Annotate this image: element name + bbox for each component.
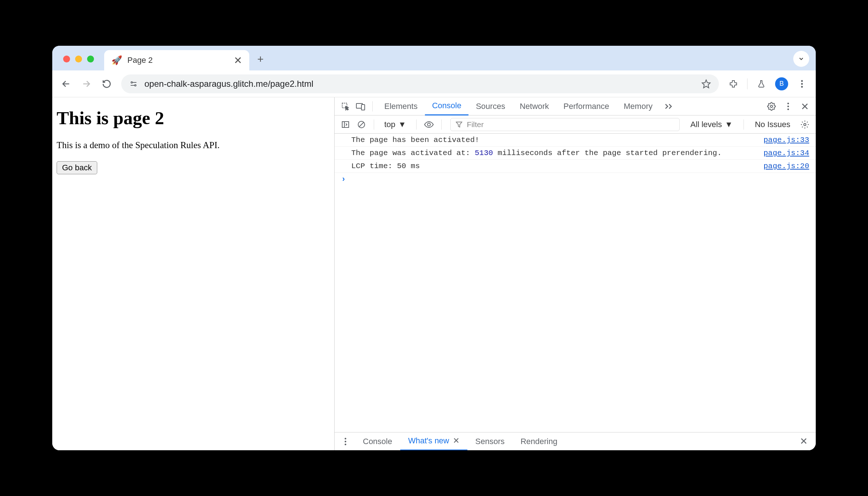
close-devtools-icon[interactable] [798, 99, 812, 114]
svg-point-2 [131, 82, 132, 83]
settings-icon[interactable] [764, 99, 779, 114]
devtools-tab-network[interactable]: Network [512, 97, 556, 115]
close-tab-icon[interactable]: ✕ [234, 54, 242, 66]
svg-point-28 [345, 443, 347, 445]
svg-point-27 [345, 440, 347, 442]
toolbar: open-chalk-asparagus.glitch.me/page2.htm… [52, 70, 816, 97]
console-log-line: The page has been activated!page.js:33 [335, 134, 816, 147]
drawer-tab-label: Console [363, 437, 392, 446]
close-drawer-icon[interactable]: ✕ [795, 436, 812, 447]
drawer-tab-label: Rendering [520, 437, 557, 446]
reload-button[interactable] [98, 75, 115, 93]
site-info-icon[interactable] [129, 80, 138, 88]
profile-avatar[interactable]: B [773, 75, 790, 93]
live-expression-icon[interactable] [422, 117, 436, 132]
svg-point-23 [427, 123, 430, 126]
close-window-button[interactable] [63, 56, 70, 62]
devtools-tab-memory[interactable]: Memory [617, 97, 660, 115]
drawer-tab-sensors[interactable]: Sensors [467, 432, 513, 451]
svg-point-14 [787, 102, 789, 104]
back-button[interactable] [57, 75, 75, 93]
context-selector[interactable]: top ▼ [379, 120, 411, 129]
toolbar-divider [747, 78, 748, 89]
log-message: The page has been activated! [351, 136, 756, 144]
dropdown-icon: ▼ [398, 120, 406, 129]
browser-tab[interactable]: 🚀 Page 2 ✕ [104, 50, 249, 70]
svg-point-7 [801, 80, 803, 82]
devtools-tab-sources[interactable]: Sources [468, 97, 512, 115]
context-label: top [384, 120, 396, 129]
devtools-tab-performance[interactable]: Performance [556, 97, 617, 115]
window-controls [58, 56, 99, 70]
address-bar[interactable]: open-chalk-asparagus.glitch.me/page2.htm… [121, 74, 719, 93]
forward-button[interactable] [78, 75, 95, 93]
prompt-icon: › [341, 175, 346, 184]
filter-input[interactable]: Filter [450, 118, 679, 131]
svg-rect-12 [361, 105, 365, 110]
page-paragraph: This is a demo of the Speculation Rules … [57, 140, 330, 150]
drawer-menu-icon[interactable] [338, 434, 353, 449]
tabs-dropdown-button[interactable] [793, 51, 809, 67]
devtools-tab-console[interactable]: Console [425, 97, 469, 115]
device-toolbar-icon[interactable] [353, 99, 368, 114]
content-area: This is page 2 This is a demo of the Spe… [52, 97, 816, 450]
divider [372, 101, 373, 111]
svg-point-16 [787, 108, 789, 110]
devtools-drawer: ConsoleWhat's new✕SensorsRendering ✕ [335, 432, 816, 450]
console-log-line: LCP time: 50 mspage.js:20 [335, 160, 816, 173]
svg-marker-6 [702, 80, 710, 88]
console-toolbar: top ▼ Filter All levels ▼ No Issues [335, 115, 816, 134]
chrome-menu-icon[interactable] [793, 75, 811, 93]
drawer-tab-what-s-new[interactable]: What's new✕ [400, 432, 467, 451]
svg-point-15 [787, 105, 789, 107]
devtools-tab-bar: ElementsConsoleSourcesNetworkPerformance… [335, 97, 816, 115]
devtools-menu-icon[interactable] [781, 99, 795, 114]
url-text: open-chalk-asparagus.glitch.me/page2.htm… [144, 79, 695, 89]
drawer-tab-console[interactable]: Console [355, 432, 400, 451]
toggle-sidebar-icon[interactable] [338, 117, 353, 132]
divider [744, 119, 744, 130]
console-prompt[interactable]: › [335, 173, 816, 186]
devtools-panel: ElementsConsoleSourcesNetworkPerformance… [335, 97, 816, 450]
svg-point-3 [135, 85, 136, 86]
avatar: B [775, 77, 788, 90]
divider [374, 119, 374, 130]
page-heading: This is page 2 [57, 107, 330, 129]
maximize-window-button[interactable] [87, 56, 94, 62]
tab-title: Page 2 [127, 56, 229, 65]
new-tab-button[interactable]: + [249, 53, 272, 70]
svg-marker-24 [456, 122, 462, 127]
svg-point-8 [801, 83, 803, 85]
svg-point-13 [770, 105, 773, 107]
log-source-link[interactable]: page.js:34 [763, 149, 809, 157]
labs-icon[interactable] [753, 75, 770, 93]
issues-label[interactable]: No Issues [749, 120, 796, 129]
svg-point-9 [801, 86, 803, 88]
svg-point-25 [804, 123, 806, 126]
log-source-link[interactable]: page.js:20 [763, 162, 809, 170]
tab-favicon: 🚀 [111, 55, 122, 65]
browser-window: 🚀 Page 2 ✕ + open-chalk-asparagus.glitch… [52, 46, 816, 450]
console-log-line: The page was activated at: 5130 millisec… [335, 147, 816, 160]
inspect-element-icon[interactable] [338, 99, 353, 114]
extensions-icon[interactable] [725, 75, 742, 93]
go-back-button[interactable]: Go back [57, 161, 97, 174]
filter-placeholder: Filter [467, 120, 484, 129]
svg-point-26 [345, 438, 347, 439]
more-tabs-icon[interactable] [660, 103, 677, 110]
close-drawer-tab-icon[interactable]: ✕ [453, 436, 459, 446]
log-message: LCP time: 50 ms [351, 162, 756, 170]
devtools-tab-elements[interactable]: Elements [377, 97, 425, 115]
divider [441, 119, 442, 130]
console-output[interactable]: The page has been activated!page.js:33Th… [335, 134, 816, 432]
console-settings-icon[interactable] [798, 117, 812, 132]
log-source-link[interactable]: page.js:33 [763, 136, 809, 144]
dropdown-icon: ▼ [725, 120, 733, 129]
bookmark-icon[interactable] [701, 79, 711, 89]
log-levels-selector[interactable]: All levels ▼ [685, 120, 739, 129]
clear-console-icon[interactable] [354, 117, 369, 132]
minimize-window-button[interactable] [75, 56, 82, 62]
page-viewport: This is page 2 This is a demo of the Spe… [52, 97, 335, 450]
divider [416, 119, 417, 130]
drawer-tab-rendering[interactable]: Rendering [512, 432, 565, 451]
